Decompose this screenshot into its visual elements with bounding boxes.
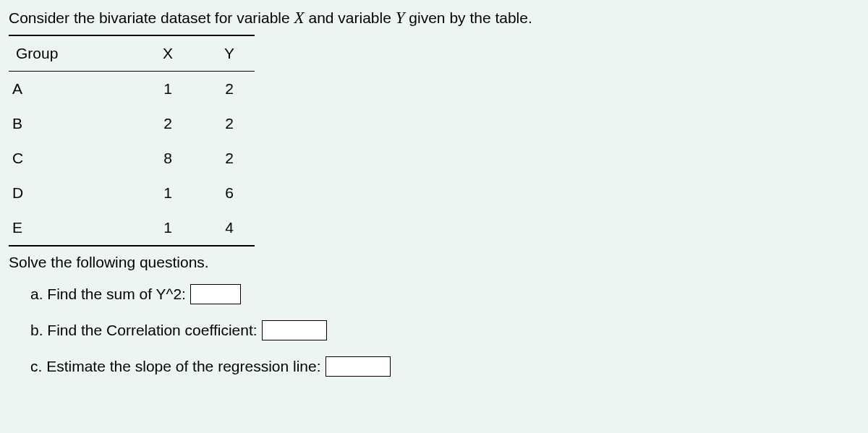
cell-group: E (9, 210, 132, 246)
table-row: C 8 2 (9, 141, 255, 176)
cell-y: 2 (204, 106, 255, 141)
variable-y: Y (396, 9, 405, 27)
intro-text: Consider the bivariate dataset for varia… (9, 9, 859, 27)
cell-x: 1 (132, 210, 204, 246)
table-row: D 1 6 (9, 176, 255, 210)
cell-group: B (9, 106, 132, 141)
instruction-text: Solve the following questions. (9, 254, 859, 271)
cell-x: 1 (132, 72, 204, 107)
table-header-row: Group X Y (9, 35, 255, 72)
cell-group: A (9, 72, 132, 107)
question-b: b. Find the Correlation coefficient: (30, 320, 859, 340)
question-c-label: c. Estimate the slope of the regression … (30, 358, 321, 375)
answer-input-b[interactable] (262, 320, 327, 340)
cell-y: 2 (204, 141, 255, 176)
cell-x: 8 (132, 141, 204, 176)
cell-group: D (9, 176, 132, 210)
intro-middle: and variable (305, 9, 396, 26)
question-a-label: a. Find the sum of Y^2: (30, 286, 186, 303)
header-group: Group (9, 35, 132, 72)
cell-y: 4 (204, 210, 255, 246)
header-x: X (132, 35, 204, 72)
data-table: Group X Y A 1 2 B 2 2 C 8 2 D 1 6 E 1 4 (9, 35, 255, 246)
variable-x: X (294, 9, 305, 27)
intro-suffix: given by the table. (405, 9, 532, 26)
cell-x: 2 (132, 106, 204, 141)
question-c: c. Estimate the slope of the regression … (30, 356, 859, 377)
cell-y: 2 (204, 72, 255, 107)
answer-input-a[interactable] (190, 284, 241, 304)
question-a: a. Find the sum of Y^2: (30, 284, 859, 304)
cell-group: C (9, 141, 132, 176)
question-b-label: b. Find the Correlation coefficient: (30, 322, 258, 339)
table-row: B 2 2 (9, 106, 255, 141)
cell-y: 6 (204, 176, 255, 210)
table-row: A 1 2 (9, 72, 255, 107)
table-row: E 1 4 (9, 210, 255, 246)
intro-prefix: Consider the bivariate dataset for varia… (9, 9, 294, 26)
answer-input-c[interactable] (326, 356, 391, 377)
cell-x: 1 (132, 176, 204, 210)
header-y: Y (204, 35, 255, 72)
